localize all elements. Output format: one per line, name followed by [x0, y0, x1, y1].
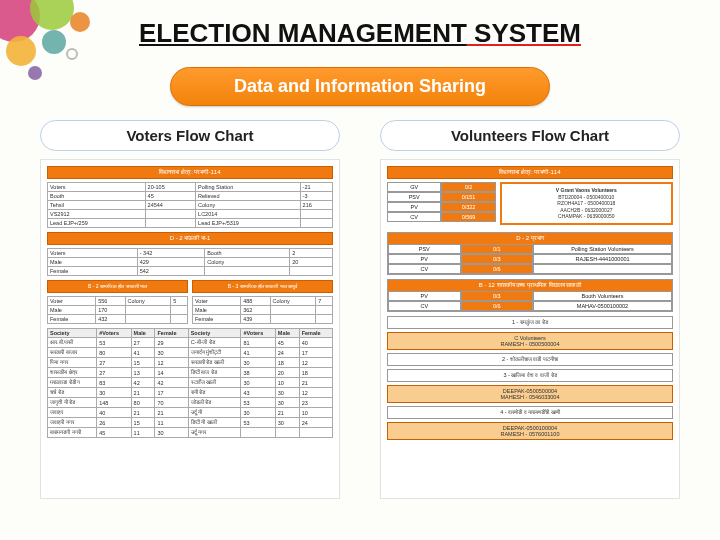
dual-right-table: Voter488Colony7Male362Female439 [192, 296, 333, 324]
volunteers-sec2: B - 12 शासकीय उच्च प्राथमिक विद्यालय साक… [387, 279, 673, 312]
voters-summary-table: Voters20-105Polling Station-21Booth45Rel… [47, 182, 333, 228]
title-part1: ELECTION MANAGEMENT [139, 18, 467, 48]
block-title: 4 - वारणोडी व नारायणडींची खाणी [387, 406, 673, 419]
block-title: 2 - शोकलीचाज वाडी पाटनीचा [387, 353, 673, 366]
volunteers-topbar: विधानसभा क्षेत्र: परभणी-114 [387, 166, 673, 179]
grant-volunteers-box: V Grant Vaons Volunteers BTD20004 - 0500… [500, 182, 673, 225]
subtitle-pill: Data and Information Sharing [170, 67, 550, 106]
volunteers-header: Volunteers Flow Chart [380, 120, 680, 151]
voters-mid-title: D - 2 भाऊकी भा-1 [47, 232, 333, 245]
block-title: 3 - खाजिया वेश व वाजी रोड [387, 369, 673, 382]
volunteers-sec1: D - 2 प्रभाग PSV0/1Polling Station Volun… [387, 232, 673, 275]
voters-header: Voters Flow Chart [40, 120, 340, 151]
voters-topbar: विधानसभा क्षेत्र: परभणी-114 [47, 166, 333, 179]
block-detail: DEEPAK-0500100004RAMESH - 0576001100 [387, 422, 673, 440]
voters-column: Voters Flow Chart विधानसभा क्षेत्र: परभण… [40, 120, 340, 499]
volunteers-panel: विधानसभा क्षेत्र: परभणी-114 GV0/2PSV0/15… [380, 159, 680, 499]
voters-mid-table: Voters- 342Booth2Male429Colony20Female54… [47, 248, 333, 276]
dual-right-title: B - 3 सामाजिक हॉल सरकारी भाल आयुर्व [192, 280, 333, 293]
block-detail: C VolunteersRAMESH - 0500500004 [387, 332, 673, 350]
block-detail: DEEPAK-0500500004MAHESH - 0546033004 [387, 385, 673, 403]
voters-panel: विधानसभा क्षेत्र: परभणी-114 Voters20-105… [40, 159, 340, 499]
voters-big-table: Society#VotersMaleFemaleSociety#VotersMa… [47, 328, 333, 438]
dual-left-title: B - 2 सामाजिक हॉल सरकारी भाल [47, 280, 188, 293]
volunteers-column: Volunteers Flow Chart विधानसभा क्षेत्र: … [380, 120, 680, 499]
dual-left-table: Voter556Colony5Male170Female432 [47, 296, 188, 324]
title-part2: SYSTEM [467, 18, 581, 48]
page-title: ELECTION MANAGEMENT SYSTEM [0, 0, 720, 49]
block-title: 1 - रामकुंज का रोड [387, 316, 673, 329]
